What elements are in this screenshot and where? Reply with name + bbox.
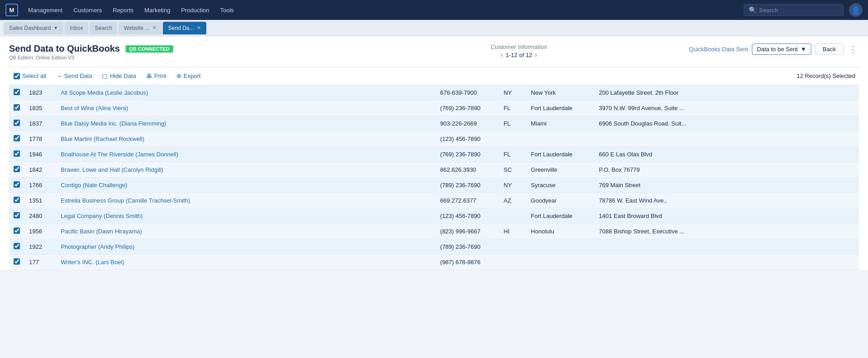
tab-inbox[interactable]: Inbox bbox=[64, 22, 88, 34]
table-row: 1837 Blue Daisy Media Inc. (Diana Flemmi… bbox=[9, 116, 859, 131]
row-checkbox-cell[interactable] bbox=[9, 101, 24, 116]
row-checkbox[interactable] bbox=[14, 197, 20, 203]
select-all-checkbox[interactable] bbox=[14, 73, 20, 79]
nav-tools[interactable]: Tools bbox=[216, 5, 239, 15]
data-to-be-sent-dropdown[interactable]: Data to be Sent ▼ bbox=[752, 44, 811, 55]
global-search-box[interactable]: 🔍 bbox=[744, 4, 844, 16]
user-avatar[interactable]: 👤 bbox=[849, 3, 863, 17]
row-name[interactable]: All Scope Media (Leslie Jacobus) bbox=[56, 85, 436, 101]
row-checkbox-cell[interactable] bbox=[9, 116, 24, 131]
row-checkbox[interactable] bbox=[14, 227, 20, 234]
row-checkbox-cell[interactable] bbox=[9, 131, 24, 147]
tab-send-data-close[interactable]: ✕ bbox=[197, 25, 201, 31]
tab-dropdown-arrow[interactable]: ▼ bbox=[54, 25, 58, 30]
row-name[interactable]: Photographer (Andy Philips) bbox=[56, 239, 436, 255]
row-checkbox[interactable] bbox=[14, 181, 20, 188]
row-phone: (789) 236-7690 bbox=[436, 239, 499, 255]
back-button[interactable]: Back bbox=[815, 44, 844, 55]
table-row: 1946 Boathouse At The Riverside (James D… bbox=[9, 147, 859, 162]
row-address bbox=[595, 239, 859, 255]
header-center: Customer Information ‹ 1-12 of 12 › bbox=[349, 44, 689, 58]
nav-marketing[interactable]: Marketing bbox=[140, 5, 175, 15]
more-options-icon[interactable]: ⋮ bbox=[847, 44, 859, 54]
row-state bbox=[499, 131, 527, 147]
row-address: P.O. Box 76779 bbox=[595, 162, 859, 178]
row-name[interactable]: Blue Daisy Media Inc. (Diana Flemming) bbox=[56, 116, 436, 131]
row-address: 6906 South Douglas Road. Suit... bbox=[595, 116, 859, 131]
search-icon: 🔍 bbox=[749, 6, 756, 14]
row-checkbox-cell[interactable] bbox=[9, 255, 24, 270]
main-content: Send Data to QuickBooks QB CONNECTED QB … bbox=[0, 36, 868, 270]
row-name[interactable]: Best of Wine (Alina Viera) bbox=[56, 101, 436, 116]
row-checkbox-cell[interactable] bbox=[9, 239, 24, 255]
next-page-arrow[interactable]: › bbox=[535, 51, 537, 58]
row-city: Honolulu bbox=[527, 224, 595, 239]
row-id: 2480 bbox=[24, 208, 56, 224]
row-city bbox=[527, 255, 595, 270]
row-name[interactable]: Boathouse At The Riverside (James Donnel… bbox=[56, 147, 436, 162]
row-address: 200 Lafayette Street. 2th Floor bbox=[595, 85, 859, 101]
row-city: New York bbox=[527, 85, 595, 101]
tab-website-close[interactable]: ✕ bbox=[152, 25, 156, 31]
row-id: 1946 bbox=[24, 147, 56, 162]
row-state: NY bbox=[499, 85, 527, 101]
global-search-input[interactable] bbox=[759, 7, 839, 14]
send-data-button[interactable]: → Send Data bbox=[52, 71, 97, 81]
hide-data-button[interactable]: ▢ Hide Data bbox=[98, 71, 141, 81]
row-checkbox-cell[interactable] bbox=[9, 147, 24, 162]
nav-management[interactable]: Management bbox=[24, 5, 67, 15]
row-city: Syracuse bbox=[527, 178, 595, 193]
row-checkbox-cell[interactable] bbox=[9, 208, 24, 224]
row-id: 1835 bbox=[24, 101, 56, 116]
row-id: 1922 bbox=[24, 239, 56, 255]
row-checkbox-cell[interactable] bbox=[9, 162, 24, 178]
nav-production[interactable]: Production bbox=[176, 5, 214, 15]
row-address bbox=[595, 255, 859, 270]
prev-page-arrow[interactable]: ‹ bbox=[501, 51, 503, 58]
page-title: Send Data to QuickBooks QB CONNECTED bbox=[9, 44, 349, 54]
tab-sales-dashboard[interactable]: Sales Dashboard ▼ bbox=[4, 22, 63, 34]
print-icon: 🖶 bbox=[146, 73, 152, 79]
qb-data-sent-link[interactable]: QuickBooks Data Sent bbox=[689, 46, 748, 53]
row-checkbox-cell[interactable] bbox=[9, 85, 24, 101]
row-checkbox[interactable] bbox=[14, 258, 20, 265]
select-all-item[interactable]: Select all bbox=[9, 71, 51, 81]
hide-data-icon: ▢ bbox=[102, 73, 107, 79]
row-checkbox[interactable] bbox=[14, 89, 20, 95]
row-state: AZ bbox=[499, 193, 527, 208]
row-id: 1842 bbox=[24, 162, 56, 178]
row-state: SC bbox=[499, 162, 527, 178]
row-id: 1351 bbox=[24, 193, 56, 208]
row-name[interactable]: Pacific Basin (Dawn Hirayama) bbox=[56, 224, 436, 239]
print-button[interactable]: 🖶 Print bbox=[141, 71, 171, 81]
row-checkbox[interactable] bbox=[14, 135, 20, 141]
row-id: 1823 bbox=[24, 85, 56, 101]
top-navigation: M Management Customers Reports Marketing… bbox=[0, 0, 868, 20]
tab-website[interactable]: Website ... ✕ bbox=[118, 22, 161, 34]
row-name[interactable]: Writer's INC. (Lars Boel) bbox=[56, 255, 436, 270]
row-checkbox[interactable] bbox=[14, 243, 20, 249]
row-checkbox[interactable] bbox=[14, 120, 20, 126]
row-id: 1778 bbox=[24, 131, 56, 147]
row-checkbox-cell[interactable] bbox=[9, 178, 24, 193]
row-city: Goodyear bbox=[527, 193, 595, 208]
tab-search[interactable]: Search bbox=[89, 22, 117, 34]
row-phone: (987) 678-9876 bbox=[436, 255, 499, 270]
row-phone: (769) 236-7890 bbox=[436, 147, 499, 162]
nav-customers[interactable]: Customers bbox=[69, 5, 107, 15]
nav-reports[interactable]: Reports bbox=[108, 5, 138, 15]
row-name[interactable]: Estrella Business Group (Camille Trachse… bbox=[56, 193, 436, 208]
row-name[interactable]: Legal Company (Dennis Smith) bbox=[56, 208, 436, 224]
row-name[interactable]: Brawer, Lowe and Hall (Carolyn Ridgill) bbox=[56, 162, 436, 178]
row-checkbox-cell[interactable] bbox=[9, 193, 24, 208]
row-checkbox[interactable] bbox=[14, 104, 20, 111]
row-checkbox[interactable] bbox=[14, 166, 20, 172]
nav-logo: M bbox=[5, 4, 18, 16]
row-name[interactable]: Contigo (Nate Challenge) bbox=[56, 178, 436, 193]
row-checkbox[interactable] bbox=[14, 212, 20, 218]
row-checkbox-cell[interactable] bbox=[9, 224, 24, 239]
export-button[interactable]: ⊕ Export bbox=[172, 71, 205, 81]
row-name[interactable]: Blue Martini (Rachael Rockwell) bbox=[56, 131, 436, 147]
row-checkbox[interactable] bbox=[14, 150, 20, 157]
tab-send-data[interactable]: Send Da... ✕ bbox=[163, 22, 206, 34]
